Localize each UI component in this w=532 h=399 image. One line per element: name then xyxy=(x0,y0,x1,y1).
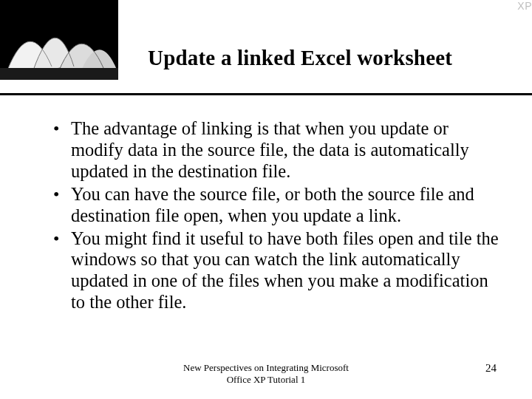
slide-footer: New Perspectives on Integrating Microsof… xyxy=(0,362,532,389)
slide-title: Update a linked Excel worksheet xyxy=(148,46,517,70)
page-number: 24 xyxy=(485,362,497,375)
slide-header: XP Update a linked Excel worksheet xyxy=(0,0,532,96)
list-item: The advantage of linking is that when yo… xyxy=(50,118,502,183)
logo-image xyxy=(0,0,118,80)
bullet-list: The advantage of linking is that when yo… xyxy=(50,118,502,313)
list-item: You can have the source file, or both th… xyxy=(50,184,502,227)
list-item: You might find it useful to have both fi… xyxy=(50,228,502,314)
svg-rect-1 xyxy=(0,68,118,80)
slide-body: The advantage of linking is that when yo… xyxy=(50,118,502,315)
footer-text: New Perspectives on Integrating Microsof… xyxy=(183,362,349,385)
header-divider xyxy=(0,93,532,95)
xp-badge: XP xyxy=(517,0,532,12)
